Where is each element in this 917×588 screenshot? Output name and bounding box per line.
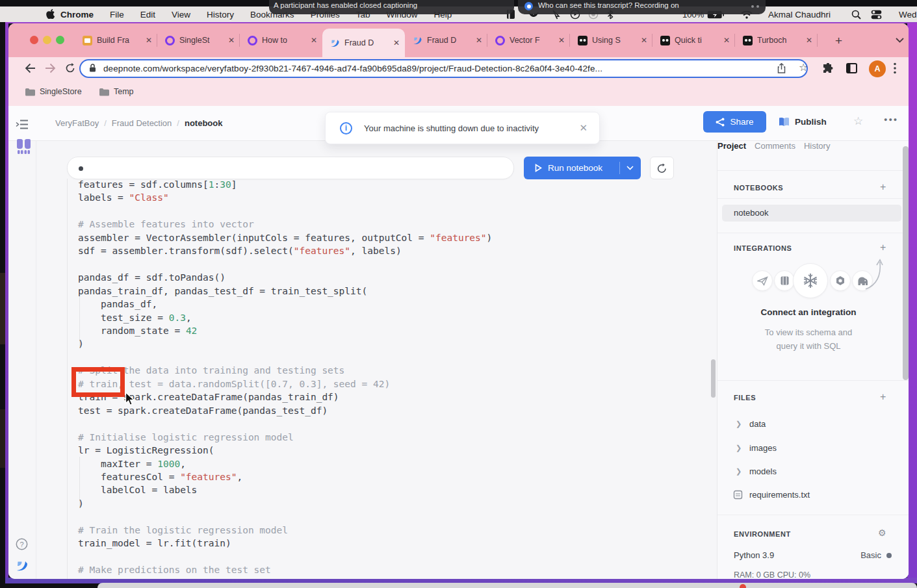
menu-history[interactable]: History <box>207 10 234 19</box>
code-line[interactable]: test_size = 0.3, <box>78 311 663 324</box>
workspace-logo-icon[interactable] <box>16 138 30 153</box>
tab-close-icon[interactable]: ✕ <box>558 36 565 44</box>
browser-tab-turboch[interactable]: Turboch✕ <box>735 23 818 57</box>
code-line[interactable]: pandas_df, <box>78 298 663 311</box>
forward-button[interactable] <box>44 63 56 73</box>
share-page-icon[interactable] <box>777 63 786 73</box>
snowflake-icon[interactable] <box>793 263 828 298</box>
code-line[interactable]: pandas_train_df, pandas_test_df = train_… <box>78 285 663 298</box>
back-button[interactable] <box>25 63 36 73</box>
file-item-models[interactable]: ❯models <box>717 465 899 481</box>
toast-close-icon[interactable]: ✕ <box>579 122 588 134</box>
code-line[interactable]: ) <box>78 497 663 510</box>
code-line[interactable]: predictions = train_model.transform(test… <box>78 577 663 579</box>
browser-tab-build-fra[interactable]: Build Fra✕ <box>75 23 157 57</box>
environment-settings-gear-icon[interactable]: ⚙ <box>878 528 886 538</box>
help-icon[interactable]: ? <box>16 538 30 552</box>
tab-close-icon[interactable]: ✕ <box>393 39 400 47</box>
refresh-button[interactable] <box>650 157 674 179</box>
browser-tab-fraud-d[interactable]: Fraud D✕ <box>322 29 405 57</box>
code-line[interactable]: maxIter = 1000, <box>78 457 663 470</box>
apple-menu-icon[interactable] <box>46 9 55 19</box>
code-line[interactable]: random_state = 42 <box>78 324 663 337</box>
breadcrumb-workspace[interactable]: VeryFatBoy <box>55 118 99 128</box>
chevron-right-icon[interactable]: ❯ <box>736 444 742 452</box>
connect-integration-label[interactable]: Connect an integration <box>717 307 899 317</box>
chrome-menu-icon[interactable] <box>894 62 896 74</box>
code-line[interactable]: train = spark.createDataFrame(pandas_tra… <box>78 390 663 403</box>
file-name[interactable]: requirements.txt <box>749 490 810 500</box>
code-line[interactable]: train_model = lr.fit(train) <box>78 537 663 550</box>
header-more-icon[interactable]: ●●● <box>884 116 898 123</box>
spotlight-search-icon[interactable] <box>851 6 861 22</box>
code-line[interactable]: sdf = assembler.transform(sdf).select("f… <box>78 244 663 257</box>
new-tab-button[interactable]: + <box>835 34 842 48</box>
menu-edit[interactable]: Edit <box>140 10 155 19</box>
tab-close-icon[interactable]: ✕ <box>641 36 647 44</box>
breadcrumb-project[interactable]: Fraud Detection <box>112 118 172 128</box>
tab-close-icon[interactable]: ✕ <box>228 36 235 44</box>
code-line[interactable]: labelCol = labels <box>78 483 663 496</box>
publish-button[interactable]: Publish <box>779 111 827 133</box>
bookmark-label[interactable]: Temp <box>114 87 134 96</box>
bookmark-folder[interactable]: Temp <box>99 87 134 96</box>
add-file-button[interactable]: + <box>880 391 886 403</box>
sidebar-scrollbar[interactable] <box>903 146 909 380</box>
tab-history[interactable]: History <box>804 141 830 151</box>
code-line[interactable]: # train, test = data.randomSplit([0.7, 0… <box>78 377 663 390</box>
browser-tab-using-s[interactable]: Using S✕ <box>570 23 652 57</box>
code-line[interactable]: pandas_df = sdf.toPandas() <box>78 271 663 284</box>
file-item-data[interactable]: ❯data <box>717 418 899 433</box>
browser-tab-singlest[interactable]: SingleSt✕ <box>157 23 240 57</box>
menubar-clock[interactable]: Wed <box>899 6 917 22</box>
reload-button[interactable] <box>65 63 75 73</box>
tab-close-icon[interactable]: ✕ <box>146 36 152 44</box>
code-line[interactable] <box>78 351 663 364</box>
url-text[interactable]: deepnote.com/workspace/veryfatboy-2f930b… <box>103 64 602 73</box>
notebook-item-label[interactable]: notebook <box>734 208 769 218</box>
paper-plane-icon[interactable] <box>752 270 773 291</box>
chevron-right-icon[interactable]: ❯ <box>736 467 742 476</box>
code-line[interactable]: features = sdf.columns[1:30] <box>78 178 663 191</box>
code-line[interactable] <box>78 550 663 563</box>
menubar-username[interactable]: Akmal Chaudhri <box>768 6 831 22</box>
code-line[interactable] <box>78 258 663 271</box>
run-notebook-button[interactable]: Run notebook <box>524 157 641 179</box>
breadcrumb-notebook[interactable]: notebook <box>185 118 223 128</box>
sidebar-toggle-icon[interactable] <box>846 63 857 73</box>
code-line[interactable]: # Assemble features into vector <box>78 218 663 231</box>
control-center-icon[interactable] <box>871 6 882 22</box>
close-window-button[interactable] <box>30 36 38 44</box>
bookmark-label[interactable]: SingleStore <box>40 87 82 96</box>
zoom-window-button[interactable] <box>56 36 64 44</box>
notebook-item[interactable]: notebook <box>722 205 901 222</box>
file-item-images[interactable]: ❯images <box>717 442 899 457</box>
code-line[interactable] <box>78 510 663 523</box>
code-scrollbar[interactable] <box>711 359 716 398</box>
code-line[interactable]: assembler = VectorAssembler(inputCols = … <box>78 231 663 244</box>
toggle-outline-icon[interactable] <box>16 119 30 133</box>
file-name[interactable]: images <box>749 443 777 453</box>
file-item-requirements-txt[interactable]: requirements.txt <box>717 489 899 504</box>
tab-search-chevron-icon[interactable] <box>896 38 904 43</box>
code-line[interactable]: # Initialise logistic regression model <box>78 431 663 444</box>
code-line[interactable]: # Train the logistic regression model <box>78 524 663 537</box>
lock-icon[interactable] <box>89 64 96 72</box>
hexagon-icon[interactable] <box>830 270 851 291</box>
code-line[interactable] <box>78 417 663 430</box>
extensions-puzzle-icon[interactable] <box>822 63 833 74</box>
code-line[interactable]: lr = LogisticRegression( <box>78 444 663 457</box>
code-line[interactable]: # Split the data into training and testi… <box>78 364 663 377</box>
browser-tab-vector-f[interactable]: Vector F✕ <box>487 23 570 57</box>
bookmark-star-icon[interactable]: ☆ <box>799 61 808 73</box>
browser-tab-how-to[interactable]: How to✕ <box>240 23 322 57</box>
profile-avatar[interactable]: A <box>869 60 886 77</box>
browser-tab-quick-ti[interactable]: Quick ti✕ <box>652 23 735 57</box>
code-line[interactable]: featuresCol = "features", <box>78 470 663 483</box>
favorite-star-icon[interactable]: ☆ <box>853 114 863 128</box>
browser-tab-fraud-d[interactable]: Fraud D✕ <box>405 23 487 57</box>
bookmark-folder[interactable]: SingleStore <box>25 87 82 96</box>
tab-project[interactable]: Project <box>717 141 746 151</box>
tab-close-icon[interactable]: ✕ <box>723 36 730 44</box>
chevron-right-icon[interactable]: ❯ <box>736 420 742 428</box>
